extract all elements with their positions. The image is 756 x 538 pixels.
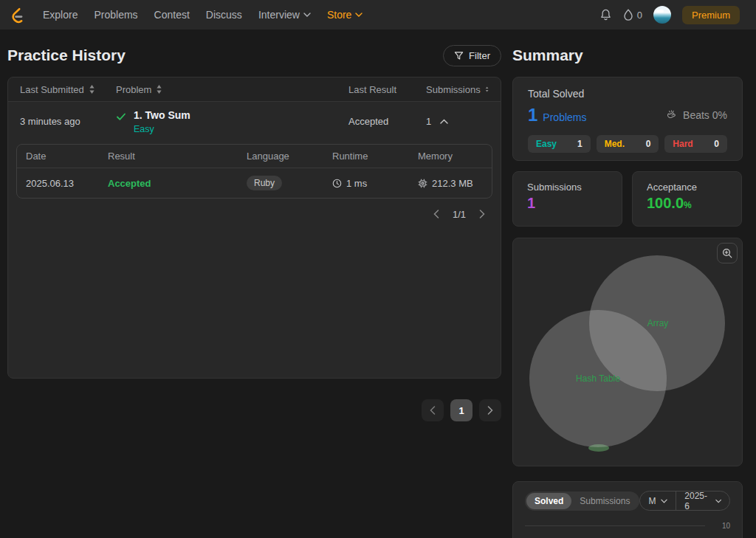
last-submitted-value: 3 minutes ago <box>20 116 116 127</box>
column-date: Date <box>26 151 108 162</box>
column-problem[interactable]: Problem <box>116 84 348 95</box>
chevron-down-icon <box>715 499 721 503</box>
column-language: Language <box>247 151 332 162</box>
nav-item-interview[interactable]: Interview <box>258 9 311 21</box>
difficulty-pills: Easy 1 Med. 0 Hard 0 <box>528 135 727 153</box>
detail-page-indicator: 1/1 <box>453 209 466 220</box>
column-runtime: Runtime <box>332 151 418 162</box>
nav-item-problems[interactable]: Problems <box>94 9 137 21</box>
granularity-select[interactable]: M <box>640 492 676 510</box>
month-value: 2025-6 <box>684 491 709 511</box>
nav-item-discuss[interactable]: Discuss <box>206 9 242 21</box>
main-menu: Explore Problems Contest Discuss Intervi… <box>43 9 362 21</box>
total-solved-card: Total Solved 1 Problems Beats 0% Easy 1 … <box>512 77 743 161</box>
column-last-result: Last Result <box>348 84 426 95</box>
easy-label: Easy <box>536 139 557 149</box>
trend-chart-axis: 10 <box>525 522 730 530</box>
chevron-down-icon <box>303 13 311 17</box>
medium-label: Med. <box>605 139 625 149</box>
memory-value: 212.3 MB <box>432 178 473 189</box>
next-page-button[interactable] <box>479 399 501 421</box>
submissions-value: 1 <box>527 195 608 212</box>
tag-label-array: Array <box>647 318 669 328</box>
summary-section: Summary Total Solved 1 Problems Beats 0%… <box>512 44 743 538</box>
problem-title-link[interactable]: 1. Two Sum <box>134 109 190 121</box>
easy-pill: Easy 1 <box>528 135 591 153</box>
toggle-submissions[interactable]: Submissions <box>571 493 638 509</box>
chevron-down-icon <box>661 499 667 503</box>
chevron-up-icon[interactable] <box>440 119 448 124</box>
acceptance-unit: % <box>684 200 692 210</box>
trend-chart-card: Solved Submissions M 2025-6 10 <box>512 481 743 538</box>
filter-button[interactable]: Filter <box>443 45 501 66</box>
submission-result[interactable]: Accepted <box>108 178 247 189</box>
acceptance-label: Acceptance <box>647 182 727 193</box>
submission-date: 2025.06.13 <box>26 178 108 189</box>
premium-button[interactable]: Premium <box>682 6 740 24</box>
easy-count: 1 <box>577 139 583 149</box>
detail-pagination: 1/1 <box>16 199 492 230</box>
nav-item-contest[interactable]: Contest <box>154 9 190 21</box>
column-label: Last Result <box>348 84 396 95</box>
funnel-icon <box>454 51 464 61</box>
sort-icon <box>485 85 489 94</box>
streak-counter[interactable]: 0 <box>623 9 642 21</box>
medium-count: 0 <box>646 139 651 149</box>
top-nav: Explore Problems Contest Discuss Intervi… <box>0 0 756 30</box>
hard-count: 0 <box>714 139 719 149</box>
total-solved-count: 1 <box>528 105 537 125</box>
practice-history-card: Last Submitted Problem Last Result Submi… <box>7 77 501 379</box>
acceptance-card: Acceptance 100.0% <box>632 171 742 227</box>
submissions-count: 1 <box>426 116 431 127</box>
language-badge: Ruby <box>247 176 282 190</box>
filter-button-label: Filter <box>469 50 490 61</box>
granularity-value: M <box>648 496 656 506</box>
nav-item-explore[interactable]: Explore <box>43 9 78 21</box>
solved-check-icon <box>116 111 126 122</box>
tags-chart-card: Array Hash Table <box>512 238 743 466</box>
clock-icon <box>332 179 342 188</box>
leetcode-logo-icon[interactable] <box>7 6 25 24</box>
practice-history-section: Practice History Filter Last Submitted P… <box>7 44 501 421</box>
total-solved-unit[interactable]: Problems <box>543 111 586 123</box>
column-last-submitted[interactable]: Last Submitted <box>20 84 116 95</box>
submissions-table-header: Date Result Language Runtime Memory <box>17 145 492 168</box>
table-header: Last Submitted Problem Last Result Submi… <box>8 77 501 102</box>
prev-page-button[interactable] <box>422 399 444 421</box>
zoom-in-button[interactable] <box>717 243 738 263</box>
date-range-select: M 2025-6 <box>639 491 730 511</box>
medium-pill: Med. 0 <box>597 135 659 153</box>
month-select[interactable]: 2025-6 <box>676 492 729 510</box>
sort-icon <box>89 85 95 94</box>
flame-icon <box>623 9 633 21</box>
nav-item-label: Interview <box>258 9 300 21</box>
nav-item-label: Store <box>327 9 351 21</box>
beats-stat: Beats 0% <box>667 109 727 121</box>
column-result: Result <box>108 151 247 162</box>
toggle-solved[interactable]: Solved <box>526 493 571 509</box>
column-memory: Memory <box>418 151 483 162</box>
acceptance-value: 100.0 <box>647 195 684 211</box>
runtime-value: 1 ms <box>346 178 367 189</box>
submissions-table: Date Result Language Runtime Memory 2025… <box>16 144 492 199</box>
avatar[interactable] <box>653 6 671 24</box>
total-solved-label: Total Solved <box>528 88 727 100</box>
detail-prev-page-icon[interactable] <box>432 208 441 220</box>
submission-row[interactable]: 2025.06.13 Accepted Ruby 1 ms 212.3 MB <box>17 168 492 198</box>
sort-icon <box>156 85 162 94</box>
trend-axis-label: 10 <box>705 522 730 530</box>
nav-item-store[interactable]: Store <box>327 9 362 21</box>
hard-label: Hard <box>673 139 693 149</box>
clap-icon <box>667 110 678 121</box>
magnifier-plus-icon <box>722 248 732 258</box>
detail-next-page-icon[interactable] <box>478 208 487 220</box>
table-row[interactable]: 3 minutes ago 1. Two Sum Easy Accepted 1 <box>8 102 501 141</box>
column-submissions[interactable]: Submissions <box>426 84 489 95</box>
streak-count: 0 <box>637 10 642 21</box>
notifications-bell-icon[interactable] <box>599 8 612 21</box>
page-1-button[interactable]: 1 <box>450 399 472 421</box>
summary-title: Summary <box>512 46 583 64</box>
tag-label-hash-table: Hash Table <box>576 373 620 384</box>
chevron-down-icon <box>355 13 362 17</box>
hard-pill: Hard 0 <box>664 135 727 153</box>
